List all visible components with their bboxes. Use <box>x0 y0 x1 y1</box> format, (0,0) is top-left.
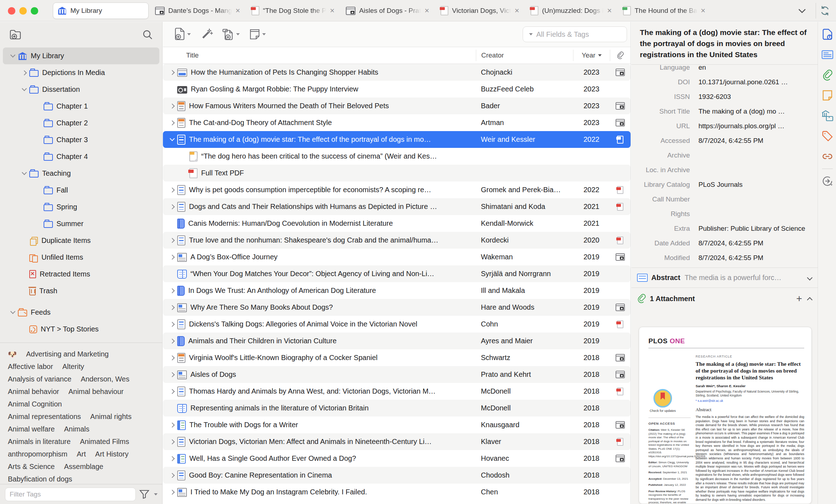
expander-icon[interactable] <box>168 203 176 211</box>
abstract-pane-icon[interactable] <box>821 49 833 61</box>
tag[interactable]: Animal welfare <box>8 425 55 433</box>
item-row[interactable]: Animals and Their Children in Victorian … <box>163 333 631 349</box>
expander-icon[interactable] <box>34 136 43 144</box>
expander-icon[interactable] <box>168 421 176 429</box>
sidebar-item[interactable]: Chapter 2 <box>3 115 159 131</box>
expander-icon[interactable] <box>168 387 176 396</box>
abstract-expand-chevron-icon[interactable] <box>807 275 812 280</box>
expander-icon[interactable] <box>168 68 176 77</box>
expander-icon[interactable] <box>168 303 176 312</box>
expander-icon[interactable] <box>168 219 176 228</box>
item-row[interactable]: In Dogs We Trust: An Anthology of Americ… <box>163 282 631 299</box>
new-item-button[interactable] <box>171 28 194 41</box>
expander-icon[interactable] <box>180 152 189 161</box>
tag[interactable]: Animal rights <box>90 413 132 421</box>
expander-icon[interactable] <box>168 438 176 446</box>
item-row[interactable]: The Trouble with Dogs for a Writer Knaus… <box>163 416 631 433</box>
document-tab[interactable]: Victorian Dogs, Vict × <box>436 3 524 19</box>
tag[interactable]: Babyfication of dogs <box>8 475 72 483</box>
expander-icon[interactable] <box>20 85 29 94</box>
tag[interactable]: Art <box>77 450 86 458</box>
tab-close-icon[interactable]: × <box>514 7 520 15</box>
tab-close-icon[interactable]: × <box>606 7 612 15</box>
expander-icon[interactable] <box>168 354 176 362</box>
sidebar-item[interactable]: NYT > Top Stories <box>3 321 159 338</box>
field-value[interactable]: 1932-6203 <box>698 93 812 101</box>
expander-icon[interactable] <box>20 287 29 295</box>
expander-icon[interactable] <box>20 69 29 77</box>
libraries-collections-pane-icon[interactable] <box>821 110 833 122</box>
column-header-year[interactable]: Year <box>573 50 610 61</box>
field-value[interactable] <box>698 151 812 160</box>
add-attachment-icon[interactable]: + <box>796 295 802 302</box>
expander-icon[interactable] <box>168 135 176 144</box>
expander-icon[interactable] <box>180 169 189 178</box>
tag[interactable]: Assemblage <box>64 463 103 471</box>
tag[interactable]: Animal behaviour <box>68 388 124 396</box>
tag[interactable]: Animal behavior <box>8 388 59 396</box>
tag[interactable]: Arts & Science <box>8 463 55 471</box>
field-value[interactable]: 8/7/2024, 6:42:55 PM <box>698 254 812 263</box>
sidebar-item[interactable]: Chapter 1 <box>3 98 159 115</box>
related-pane-icon[interactable] <box>821 150 833 163</box>
item-row[interactable]: Canis Modernis: Human/Dog Coevolution in… <box>163 215 631 232</box>
expander-icon[interactable] <box>34 102 43 111</box>
sidebar-item[interactable]: Depictions In Media <box>3 64 159 81</box>
sidebar-item[interactable]: Chapter 3 <box>3 131 159 148</box>
attachment-preview-card[interactable]: PLOS ONE Check for updates OPEN ACCESS C… <box>639 327 812 504</box>
attachments-section-header[interactable]: 1 Attachment + <box>631 290 818 307</box>
tag[interactable]: Animal Cognition <box>8 400 62 408</box>
sidebar-item[interactable]: Teaching <box>3 165 159 182</box>
document-tab[interactable]: My Library <box>53 3 149 19</box>
new-collection-icon[interactable] <box>9 29 21 40</box>
sidebar-item[interactable]: Unfiled Items <box>3 249 159 266</box>
tag[interactable]: Advertising and Marketing <box>26 350 109 358</box>
expander-icon[interactable] <box>168 253 176 261</box>
close-window-button[interactable] <box>8 7 15 15</box>
item-row[interactable]: Victorian Dogs, Victorian Men: Affect an… <box>163 433 631 450</box>
column-header-title[interactable]: Title <box>163 51 476 59</box>
field-value[interactable]: 8/7/2024, 6:42:55 PM <box>698 137 812 145</box>
expander-icon[interactable] <box>168 370 176 379</box>
sidebar-item[interactable]: Dissertation <box>3 81 159 98</box>
item-row[interactable]: How Famous Writers Mourned the Death of … <box>163 98 631 114</box>
sidebar-item[interactable]: Feeds <box>3 304 159 321</box>
tag[interactable]: Alterity <box>62 363 84 371</box>
expander-icon[interactable] <box>168 270 176 278</box>
expander-icon[interactable] <box>168 286 176 295</box>
expander-icon[interactable] <box>168 454 176 463</box>
item-row[interactable]: I Tried to Make My Dog an Instagram Cele… <box>163 484 631 500</box>
field-value[interactable]: The making of a (dog) mo … <box>698 108 812 116</box>
document-tab[interactable]: The Hound of the Ba × <box>619 3 710 19</box>
expander-icon[interactable] <box>168 320 176 329</box>
expander-icon[interactable] <box>168 85 176 94</box>
sidebar-item[interactable]: Retracted Items <box>3 266 159 283</box>
sidebar-item[interactable]: Summer <box>3 215 159 232</box>
tag[interactable]: Art History <box>95 450 128 458</box>
item-row[interactable]: Ryan Gosling & Margot Robbie: The Puppy … <box>163 81 631 98</box>
item-row[interactable]: Aisles of Dogs Prato and Kehrt 2018 <box>163 366 631 383</box>
expander-icon[interactable] <box>20 236 29 245</box>
tag[interactable]: Animals in literature <box>8 438 71 446</box>
add-by-identifier-button[interactable] <box>197 28 216 41</box>
field-value[interactable] <box>698 195 812 204</box>
sidebar-item[interactable]: Trash <box>3 283 159 299</box>
field-value[interactable]: 10.1371/journal.pone.0261 … <box>698 78 812 87</box>
document-tab[interactable]: Dante’s Dogs - Mang × <box>151 3 245 19</box>
filter-tags-input[interactable] <box>5 488 136 501</box>
item-row[interactable]: Representing animals in the literature o… <box>163 400 631 416</box>
item-row[interactable]: Virginia Woolf's Little-Known Biography … <box>163 349 631 366</box>
sidebar-item[interactable]: My Library <box>3 48 159 64</box>
item-row[interactable]: “When Your Dog Matches Your Decor”: Obje… <box>163 265 631 282</box>
expander-icon[interactable] <box>20 270 29 279</box>
sidebar-item[interactable]: Fall <box>3 182 159 199</box>
expander-icon[interactable] <box>168 471 176 480</box>
item-row[interactable]: Why Are There So Many Books About Dogs? … <box>163 299 631 316</box>
field-value[interactable]: https://journals.plos.org/pl … <box>698 122 812 131</box>
column-header-attachment[interactable] <box>610 50 631 61</box>
expander-icon[interactable] <box>9 308 17 317</box>
expander-icon[interactable] <box>168 186 176 194</box>
document-tab[interactable]: “The Dog Stole the P × <box>247 3 339 19</box>
attachments-pane-icon[interactable] <box>821 69 833 81</box>
expander-icon[interactable] <box>9 52 17 60</box>
